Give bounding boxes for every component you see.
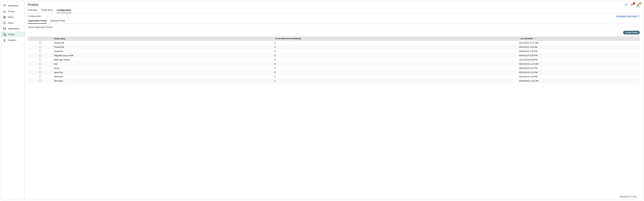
toolbar-row: Create Probe: [25, 29, 643, 36]
sidebar-item-probes[interactable]: Probes: [1, 32, 25, 37]
cell-probe-name: ProbeTest: [52, 49, 273, 53]
warnings-badge: 7: [639, 2, 641, 4]
table-row[interactable]: demo2pm005/14/2019 1:18 PM: [28, 75, 640, 79]
topbar: Probes 4 7: [25, 1, 643, 7]
table-row[interactable]: demo1pm005/14/2019 11:51 AM: [28, 79, 640, 83]
dashboard-icon: [3, 4, 6, 7]
analytics-icon: [3, 38, 6, 42]
cell-availability: 0: [273, 53, 518, 58]
cell-availability: 0: [273, 62, 518, 66]
cell-last-modified: 05/14/2019 1:32 PM: [518, 70, 640, 75]
cell-probe-name: Magnifier app at 8AM: [52, 53, 273, 58]
sidebar-item-label: Probes: [8, 33, 15, 36]
trends-icon: [3, 10, 6, 13]
sidebar-item-analytics[interactable]: Analytics: [1, 37, 25, 43]
sidebar-item-label: Dashboard: [8, 4, 18, 7]
row-radio[interactable]: [39, 67, 41, 69]
col-probe-name[interactable]: Probe Name: [52, 36, 273, 41]
alerts-icon: [3, 21, 6, 25]
download-probe-agent-link[interactable]: Download Probe Agent: [616, 15, 640, 17]
pinned-alerts-button[interactable]: 4: [630, 3, 634, 6]
subtab-application-probe[interactable]: Application Probe: [28, 19, 47, 24]
section-label: Saved Application Probes: [25, 24, 643, 29]
cell-availability: 0: [273, 45, 518, 49]
cell-probe-name: demo2pm: [52, 75, 273, 79]
row-radio[interactable]: [39, 71, 41, 73]
table-row[interactable]: Math app checker012/11/2019 8:06 PM: [28, 58, 640, 62]
cell-last-modified: 10/12/2022 11:27 AM: [518, 41, 640, 45]
cell-probe-name: Demo: [52, 66, 273, 70]
col-availability[interactable]: Probe Machines Availability: [273, 36, 518, 41]
main-panel: Probes 4 7 Overview Probe Runs Configura…: [25, 1, 643, 200]
cell-probe-name: demo1pm: [52, 79, 273, 83]
sidebar-item-trends[interactable]: Trends: [1, 8, 25, 14]
pinned-alerts-badge: 4: [633, 2, 635, 4]
sidebar-item-applications[interactable]: Applications: [1, 26, 25, 32]
cell-last-modified: 06/15/2022 9:39 AM: [518, 45, 640, 49]
svg-point-3: [4, 18, 4, 18]
create-probe-button[interactable]: Create Probe: [623, 31, 640, 34]
sidebar: Dashboard Trends Filters Alerts Applicat…: [1, 1, 25, 200]
sidebar-item-dashboard[interactable]: Dashboard: [1, 3, 25, 8]
cell-availability: 0: [273, 79, 518, 83]
row-radio[interactable]: [39, 80, 41, 82]
warnings-button[interactable]: 7: [636, 3, 640, 6]
sort-desc-icon: [534, 37, 536, 39]
sidebar-item-alerts[interactable]: Alerts: [1, 20, 25, 26]
cell-last-modified: 09/08/2020 5:58 PM: [518, 53, 640, 58]
applications-icon: [3, 27, 6, 30]
table-row[interactable]: test008/14/2019 11:26 AM: [28, 62, 640, 66]
cell-availability: 0: [273, 58, 518, 62]
svg-point-2: [5, 17, 6, 17]
cell-availability: 0: [273, 75, 518, 79]
row-radio[interactable]: [39, 41, 41, 44]
page-title: Probes: [28, 3, 38, 7]
probes-icon: [3, 33, 6, 36]
cell-probe-name: demoTest: [52, 70, 273, 75]
config-label: Configuration: [28, 15, 41, 17]
cell-last-modified: 05/14/2019 11:51 AM: [518, 79, 640, 83]
config-row: Configuration Download Probe Agent: [25, 13, 643, 18]
top-icons: 4 7: [624, 3, 640, 6]
cell-probe-name: test: [52, 62, 273, 66]
table-footer: Displaying 11 rows: [28, 194, 640, 200]
app-root: Dashboard Trends Filters Alerts Applicat…: [1, 1, 643, 200]
cell-probe-name: Probe2206: [52, 45, 273, 49]
row-radio[interactable]: [39, 75, 41, 77]
external-link-icon: [638, 15, 640, 17]
cell-availability: 0: [273, 70, 518, 75]
col-select: [28, 36, 52, 41]
svg-point-1: [4, 16, 4, 16]
table-row[interactable]: ProbeTest005/20/2022 3:46 PM: [28, 49, 640, 53]
cell-last-modified: 08/14/2019 11:26 AM: [518, 62, 640, 66]
sub-tabs: Application Probe Desktop Probe: [25, 18, 643, 24]
row-radio[interactable]: [39, 63, 41, 65]
table-scroll[interactable]: Probe Name Probe Machines Availability L…: [28, 36, 640, 194]
row-radio[interactable]: [39, 54, 41, 56]
table-row[interactable]: Probe2209010/12/2022 11:27 AM: [28, 41, 640, 45]
table-row[interactable]: Magnifier app at 8AM009/08/2020 5:58 PM: [28, 53, 640, 58]
cell-availability: 0: [273, 41, 518, 45]
tab-probe-runs[interactable]: Probe Runs: [41, 9, 53, 13]
sidebar-item-label: Filters: [8, 16, 14, 18]
tab-configuration[interactable]: Configuration: [57, 9, 71, 13]
tab-overview[interactable]: Overview: [28, 9, 37, 13]
subtab-desktop-probe[interactable]: Desktop Probe: [50, 19, 65, 24]
refresh-button[interactable]: [624, 3, 628, 6]
cell-last-modified: 06/10/2019 9:14 PM: [518, 66, 640, 70]
sidebar-item-label: Applications: [8, 27, 19, 30]
sidebar-item-label: Analytics: [8, 39, 16, 41]
table-row[interactable]: Probe2206006/15/2022 9:39 AM: [28, 45, 640, 49]
row-radio[interactable]: [39, 46, 41, 48]
row-radio[interactable]: [39, 50, 41, 52]
cell-last-modified: 12/11/2019 8:06 PM: [518, 58, 640, 62]
probes-table: Probe Name Probe Machines Availability L…: [28, 36, 640, 200]
cell-last-modified: 05/14/2019 1:18 PM: [518, 75, 640, 79]
svg-rect-4: [4, 28, 6, 30]
table-row[interactable]: Demo006/10/2019 9:14 PM: [28, 66, 640, 70]
row-radio[interactable]: [39, 58, 41, 61]
sidebar-item-label: Alerts: [8, 22, 13, 24]
table-row[interactable]: demoTest005/14/2019 1:32 PM: [28, 70, 640, 75]
col-last-modified[interactable]: Last Modified: [518, 36, 640, 41]
sidebar-item-filters[interactable]: Filters: [1, 14, 25, 20]
